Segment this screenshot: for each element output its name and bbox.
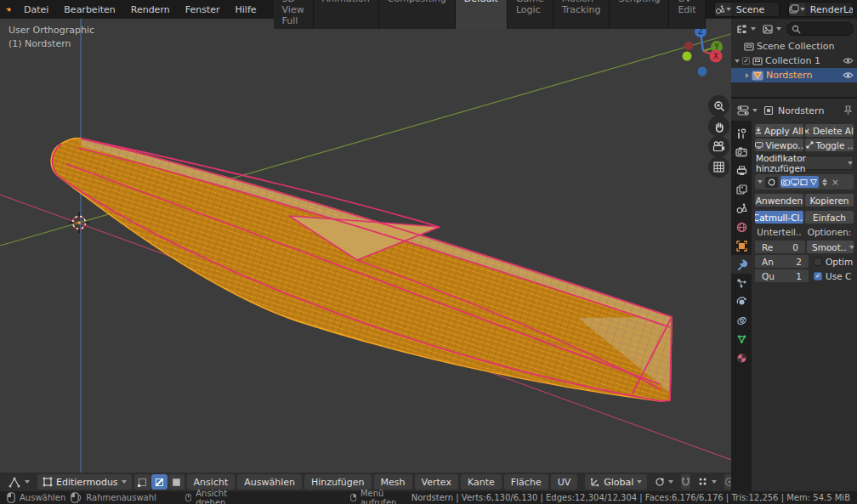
navigation-gizmo[interactable]: Z Y X <box>683 25 724 76</box>
blender-logo-icon[interactable] <box>5 3 12 16</box>
tab-uv-edit[interactable]: UV Edit <box>669 0 705 29</box>
outliner-filter[interactable] <box>761 21 783 37</box>
realtime-toggle-icon[interactable] <box>791 178 799 186</box>
snap-toggle[interactable] <box>681 474 690 490</box>
move-down-button[interactable] <box>822 183 827 186</box>
tab-motion-tracking[interactable]: Motion Tracking <box>553 0 610 29</box>
grid-ortho-button[interactable] <box>708 156 729 178</box>
expand-icon[interactable] <box>735 59 740 63</box>
uv-smooth-dropdown[interactable]: Smoot.. <box>807 241 854 253</box>
scene-name[interactable]: Scene <box>731 4 780 15</box>
zoom-tool-button[interactable] <box>708 95 729 116</box>
catmull-clark-button[interactable]: Catmull-Cl.. <box>755 211 803 224</box>
viewport-visibility-button[interactable]: Viewpo.. <box>755 139 803 151</box>
tab-particles[interactable] <box>731 274 752 292</box>
3d-viewport[interactable]: Z Y X User Orthographic (1) Nordstern <box>0 19 731 473</box>
gizmo-neg-x[interactable] <box>684 42 693 50</box>
blender-window: Datei Bearbeiten Rendern Fenster Hilfe 3… <box>0 0 857 504</box>
toggle-visibility-button[interactable]: Toggle .. <box>805 139 854 151</box>
view-subdivisions-field[interactable]: An2 <box>755 255 809 268</box>
properties-editor-type-button[interactable] <box>735 103 759 118</box>
menu-flaeche[interactable]: Fläche <box>504 474 548 490</box>
tab-world[interactable] <box>731 218 752 236</box>
visibility-eye-icon[interactable] <box>843 71 854 79</box>
menu-kante[interactable]: Kante <box>461 474 502 490</box>
move-up-button[interactable] <box>822 178 827 182</box>
camera-view-button[interactable] <box>708 136 729 157</box>
modifier-properties-panel: Apply All × Delete All Viewpo.. Toggle .… <box>752 121 857 491</box>
properties-tab-strip <box>731 121 752 491</box>
vertex-select-button[interactable] <box>134 474 150 490</box>
tab-default[interactable]: Default <box>456 0 508 29</box>
collection-checkbox[interactable]: ✓ <box>742 57 750 65</box>
pin-icon[interactable] <box>843 105 853 116</box>
menu-rendern[interactable]: Rendern <box>124 3 177 17</box>
tab-game-logic[interactable]: Game Logic <box>508 0 553 29</box>
menu-datei[interactable]: Datei <box>17 3 55 17</box>
outliner-display-mode[interactable] <box>735 21 758 37</box>
tab-object-data[interactable] <box>731 330 752 348</box>
snap-target-selector[interactable] <box>693 474 722 490</box>
menu-fenster[interactable]: Fenster <box>179 3 227 17</box>
modifier-expand-icon[interactable] <box>758 180 763 184</box>
tab-constraints[interactable] <box>731 311 752 330</box>
tab-modifiers[interactable] <box>731 255 752 274</box>
modifier-apply-button[interactable]: Anwenden <box>755 194 803 207</box>
editor-type-button[interactable] <box>3 474 35 490</box>
view-name: User Orthographic <box>9 24 94 37</box>
edge-select-button[interactable] <box>151 474 167 490</box>
outliner-row-collection-1[interactable]: ✓ Collection 1 <box>731 54 857 68</box>
render-layer-name[interactable]: RenderLayer <box>805 4 854 15</box>
menu-uv[interactable]: UV <box>551 474 578 490</box>
add-modifier-dropdown[interactable]: Modifikator hinzufügen <box>755 156 854 170</box>
tab-material[interactable] <box>731 348 752 367</box>
gizmo-neg-z[interactable] <box>698 67 707 76</box>
tab-compositing[interactable]: Compositing <box>379 0 456 29</box>
mode-selector[interactable]: Editiermodus <box>37 474 132 490</box>
mesh-nordstern[interactable] <box>51 138 672 401</box>
visibility-eye-icon[interactable] <box>843 57 854 65</box>
expand-icon[interactable] <box>746 73 749 78</box>
tab-3d-view-full[interactable]: 3D View Full <box>274 0 314 29</box>
render-subdivisions-field[interactable]: Re0 <box>755 241 805 253</box>
use-creases-checkbox[interactable]: ✓ Use C <box>810 269 854 282</box>
tab-scene[interactable] <box>731 199 752 218</box>
gizmo-neg-y[interactable] <box>683 52 692 61</box>
remove-modifier-button[interactable]: × <box>831 177 839 187</box>
outliner-header <box>731 19 857 39</box>
modifier-copy-button[interactable]: Kopieren <box>805 194 854 207</box>
menu-ansicht[interactable]: Ansicht <box>187 474 236 490</box>
menu-bearbeiten[interactable]: Bearbeiten <box>57 3 122 17</box>
tab-animation[interactable]: Animation <box>314 0 379 29</box>
mesh-data-icon <box>752 71 763 81</box>
apply-all-button[interactable]: Apply All <box>755 124 803 137</box>
render-toggle-icon[interactable] <box>781 178 790 186</box>
tab-render[interactable] <box>731 143 752 161</box>
render-layer-icon[interactable] <box>789 3 805 16</box>
menu-vertex[interactable]: Vertex <box>415 474 458 490</box>
face-select-button[interactable] <box>168 474 184 490</box>
tab-view-layer[interactable] <box>731 180 752 199</box>
transform-orientation-selector[interactable]: Global <box>585 474 647 490</box>
outliner-row-nordstern[interactable]: Nordstern <box>731 68 857 82</box>
tab-scripting[interactable]: Scripting <box>610 0 669 29</box>
tab-object[interactable] <box>731 236 752 255</box>
tab-output[interactable] <box>731 161 752 180</box>
pivot-point-selector[interactable] <box>650 474 678 490</box>
editmode-toggle-icon[interactable] <box>800 178 809 186</box>
scene-icon[interactable] <box>715 3 731 16</box>
pan-tool-button[interactable] <box>708 116 729 137</box>
menu-hinzufuegen[interactable]: Hinzufügen <box>304 474 372 490</box>
tab-physics[interactable] <box>731 292 752 311</box>
tab-tool[interactable] <box>731 124 752 143</box>
menu-auswaehlen[interactable]: Auswählen <box>237 474 302 490</box>
menu-mesh[interactable]: Mesh <box>374 474 412 490</box>
quality-field[interactable]: Qu1 <box>755 269 809 282</box>
simple-subdiv-button[interactable]: Einfach <box>805 211 854 224</box>
delete-all-button[interactable]: × Delete All <box>805 124 854 137</box>
optimal-display-checkbox[interactable]: Optim <box>810 255 854 268</box>
menu-hilfe[interactable]: Hilfe <box>229 3 264 17</box>
outliner-search-input[interactable] <box>786 22 854 36</box>
oncage-toggle-icon[interactable] <box>809 178 818 186</box>
outliner-row-scene-collection[interactable]: Scene Collection <box>731 39 857 54</box>
